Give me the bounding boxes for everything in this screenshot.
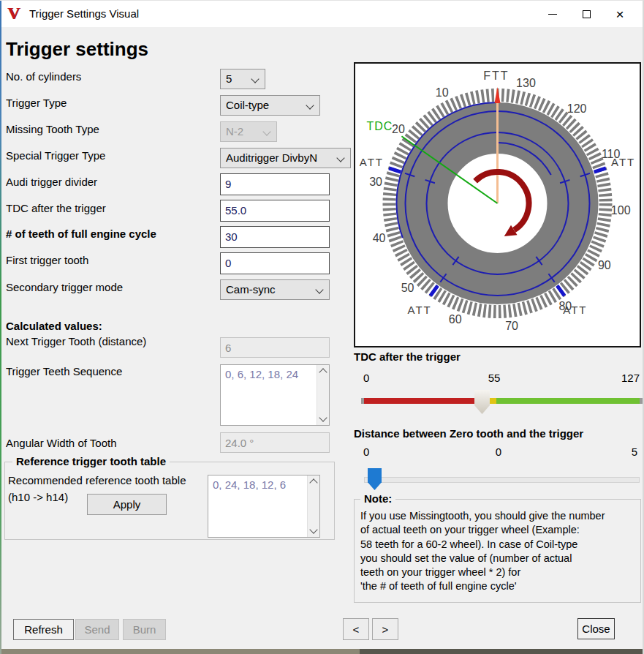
tdc-slider-label: TDC after the trigger bbox=[354, 350, 461, 363]
cylinders-dropdown[interactable]: 5 bbox=[220, 69, 265, 89]
reference-sublabel: (h10 -> h14) bbox=[8, 491, 68, 503]
svg-text:100: 100 bbox=[611, 204, 631, 217]
svg-text:TDC: TDC bbox=[367, 120, 393, 132]
sequence-scrollbar[interactable] bbox=[317, 365, 329, 425]
teeth-full-cycle-input[interactable]: 30 bbox=[220, 226, 330, 248]
tick-value: 55 bbox=[488, 372, 501, 384]
tick-min: 0 bbox=[363, 446, 369, 458]
special-trigger-dropdown[interactable]: Auditrigger DivbyN bbox=[220, 148, 351, 168]
tick-max: 127 bbox=[621, 372, 640, 384]
reference-label: Recommended reference tooth table bbox=[8, 474, 186, 486]
window-controls: × bbox=[536, 1, 637, 27]
note-text: If you use Missingtooth, you should give… bbox=[360, 509, 605, 594]
app-logo-icon: V bbox=[7, 4, 25, 23]
window-title: Trigger Settings Visual bbox=[29, 7, 139, 20]
tdc-slider-ticks: 0 55 127 bbox=[354, 372, 641, 385]
sequence-textarea[interactable]: 0, 6, 12, 18, 24 bbox=[220, 364, 330, 426]
trigger-settings-window: V Trigger Settings Visual × Trigger sett… bbox=[0, 0, 644, 654]
reference-scrollbar[interactable] bbox=[307, 476, 319, 537]
distance-slider-label: Distance between Zero tooth and the trig… bbox=[354, 427, 583, 440]
reference-groupbox: Reference trigger tooth table Recommende… bbox=[4, 462, 335, 540]
label-teeth-full-cycle: # of teeth of full engine cycle bbox=[6, 228, 156, 240]
missing-tooth-dropdown: N-2 bbox=[220, 121, 277, 142]
audi-divider-input[interactable]: 9 bbox=[220, 173, 330, 195]
svg-text:110: 110 bbox=[602, 148, 621, 160]
tdc-slider-track[interactable] bbox=[364, 398, 640, 404]
track-cap-right bbox=[640, 398, 643, 404]
label-cylinders: No. of cylinders bbox=[6, 70, 81, 83]
prev-button[interactable]: < bbox=[343, 618, 369, 640]
svg-text:80: 80 bbox=[558, 300, 572, 312]
cylinders-value: 5 bbox=[226, 72, 232, 85]
scroll-up-icon[interactable] bbox=[319, 368, 327, 376]
next-tooth-output: 6 bbox=[220, 337, 330, 358]
calculated-heading: Calculated values: bbox=[6, 320, 102, 332]
chevron-down-icon bbox=[306, 101, 314, 109]
tick-min: 0 bbox=[363, 372, 369, 384]
window-bottom-edge bbox=[0, 649, 643, 654]
note-line: teeth on your trigger wheel * 2) for bbox=[360, 565, 605, 579]
angular-width-output: 24.0 ° bbox=[220, 432, 330, 453]
scroll-down-icon[interactable] bbox=[319, 413, 327, 421]
trigger-wheel-diagram: ATTATTATTATT1020304050607080901001101201… bbox=[355, 64, 640, 346]
chevron-down-icon bbox=[262, 127, 270, 135]
trigger-type-dropdown[interactable]: Coil-type bbox=[220, 95, 320, 116]
tdc-after-input[interactable]: 55.0 bbox=[220, 200, 330, 222]
distance-slider-track[interactable] bbox=[364, 477, 640, 483]
note-title: Note: bbox=[360, 492, 395, 505]
label-audi-divider: Audi trigger divider bbox=[6, 176, 97, 188]
svg-text:40: 40 bbox=[373, 232, 386, 244]
close-button[interactable]: Close bbox=[577, 618, 615, 639]
window-left-edge bbox=[0, 1, 1, 654]
svg-text:ATT: ATT bbox=[360, 156, 384, 168]
special-trigger-value: Auditrigger DivbyN bbox=[226, 151, 317, 164]
svg-text:90: 90 bbox=[598, 259, 611, 271]
reference-text: 0, 24, 18, 12, 6 bbox=[213, 478, 305, 491]
missing-tooth-value: N-2 bbox=[226, 125, 243, 138]
svg-text:60: 60 bbox=[449, 313, 462, 326]
reference-textarea[interactable]: 0, 24, 18, 12, 6 bbox=[208, 475, 320, 538]
maximize-button[interactable] bbox=[569, 1, 603, 27]
maximize-icon bbox=[583, 10, 591, 18]
minimize-button[interactable] bbox=[536, 1, 569, 27]
tick-max: 5 bbox=[632, 446, 637, 458]
note-line: 'the # of teeth of full engine cycle' bbox=[360, 579, 605, 593]
scroll-up-icon[interactable] bbox=[309, 478, 317, 486]
svg-text:20: 20 bbox=[392, 123, 405, 135]
page-title: Trigger settings bbox=[6, 38, 148, 61]
note-line: of actual teeth on your trigger wheel (E… bbox=[360, 523, 605, 537]
trigger-wheel-panel: ATTATTATTATT1020304050607080901001101201… bbox=[354, 62, 641, 347]
note-line: you should set the value of (number of a… bbox=[360, 552, 605, 565]
chevron-down-icon bbox=[336, 154, 344, 162]
first-tooth-input[interactable]: 0 bbox=[220, 252, 330, 274]
send-button: Send bbox=[75, 619, 119, 640]
secondary-mode-dropdown[interactable]: Cam-sync bbox=[220, 279, 330, 300]
label-next-tooth: Next Trigger Tooth (distance) bbox=[6, 335, 146, 347]
reference-group-title: Reference trigger tooth table bbox=[12, 455, 170, 467]
svg-text:30: 30 bbox=[369, 176, 382, 188]
distance-slider-ticks: 0 0 5 bbox=[354, 446, 641, 459]
svg-text:120: 120 bbox=[567, 102, 587, 115]
scroll-down-icon[interactable] bbox=[309, 525, 317, 533]
titlebar: V Trigger Settings Visual × bbox=[0, 1, 643, 27]
tdc-slider-thumb[interactable] bbox=[474, 390, 490, 414]
svg-text:130: 130 bbox=[516, 77, 536, 89]
close-icon: × bbox=[615, 7, 624, 21]
track-segment-red bbox=[364, 398, 474, 404]
track-segment-green bbox=[496, 398, 640, 404]
secondary-mode-value: Cam-sync bbox=[226, 283, 276, 296]
next-button[interactable]: > bbox=[372, 618, 398, 640]
note-groupbox: Note: If you use Missingtooth, you shoul… bbox=[354, 499, 641, 603]
label-trigger-type: Trigger Type bbox=[6, 97, 67, 109]
distance-slider-thumb[interactable] bbox=[368, 468, 382, 490]
svg-text:70: 70 bbox=[505, 320, 518, 332]
note-line: If you use Missingtooth, you should give… bbox=[360, 509, 605, 523]
sequence-text: 0, 6, 12, 18, 24 bbox=[225, 368, 314, 380]
svg-text:ATT: ATT bbox=[408, 304, 432, 316]
apply-button[interactable]: Apply bbox=[87, 494, 167, 515]
label-special-trigger: Special Trigger Type bbox=[6, 149, 105, 162]
label-tdc-after: TDC after the trigger bbox=[6, 202, 106, 214]
svg-text:50: 50 bbox=[401, 282, 414, 294]
close-window-button[interactable]: × bbox=[603, 1, 637, 27]
refresh-button[interactable]: Refresh bbox=[13, 619, 74, 640]
